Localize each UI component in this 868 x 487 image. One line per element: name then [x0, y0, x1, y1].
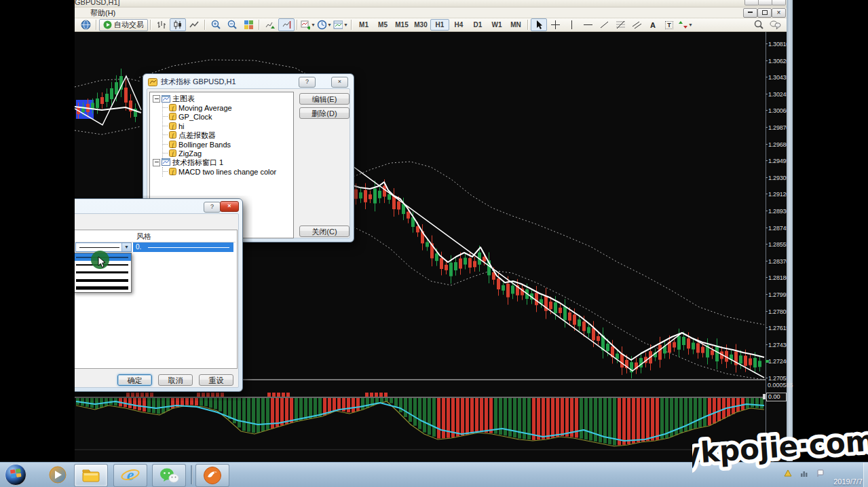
indicator-tree-item[interactable]: fMACD two lines change color [163, 167, 293, 176]
selected-style-label: 0. [136, 243, 141, 251]
explorer-icon[interactable] [74, 464, 108, 487]
delete-button[interactable]: 删除(D) [299, 107, 350, 119]
properties-dialog: ? × 风格 0. ▼ 确定 取消 重设 [75, 198, 243, 392]
taskbar-date: 2019/7/7 [833, 477, 863, 486]
tray-notify-icon[interactable] [784, 468, 792, 480]
candlestick-series [354, 179, 761, 378]
macd-zero-marker: 0.00 [766, 393, 787, 401]
indicator-tree-item[interactable]: fGP_Clock [163, 113, 293, 122]
help-button[interactable]: ? [204, 202, 221, 213]
collapse-icon[interactable] [153, 159, 160, 166]
svg-text:e: e [127, 466, 134, 484]
indicator-tree-item[interactable]: fMoving Average [163, 103, 293, 112]
help-button[interactable]: ? [299, 77, 316, 88]
dialog-title: 技术指标 GBPUSD,H1 [161, 77, 236, 87]
zigzag-line [350, 164, 764, 378]
close-icon[interactable]: × [220, 201, 239, 212]
taskbar-separator [191, 465, 193, 484]
indicator-tree-item[interactable]: fBollinger Bands [163, 140, 293, 149]
indicator-tree-item[interactable]: fZigZag [163, 149, 293, 158]
wmp-icon[interactable] [43, 464, 72, 486]
style-option-width-5[interactable] [75, 285, 131, 292]
close-icon[interactable]: × [331, 77, 348, 88]
close-button[interactable]: 关闭(C) [299, 226, 350, 237]
collapse-icon[interactable] [153, 95, 160, 103]
selected-style-row[interactable]: 0. [133, 242, 233, 252]
macd-zero-tick [763, 394, 766, 399]
style-option-width-4[interactable] [75, 276, 131, 284]
edit-button[interactable]: 编辑(E) [299, 93, 350, 105]
cancel-button[interactable]: 取消 [158, 374, 193, 386]
style-combobox[interactable]: ▼ [75, 242, 132, 252]
style-preview-line [148, 247, 229, 248]
moving-average-line [350, 182, 764, 360]
system-tray[interactable] [784, 468, 825, 480]
ie-icon[interactable]: e [113, 464, 147, 487]
wechat-icon[interactable] [152, 464, 186, 487]
macd-scale-label: 0.000585 [768, 382, 793, 389]
reset-button[interactable]: 重设 [199, 374, 233, 386]
dialog-icon [148, 77, 157, 85]
mouse-cursor [98, 256, 107, 268]
window-right-border [787, 0, 793, 461]
show-desktop-button[interactable] [863, 463, 868, 487]
ok-button[interactable]: 确定 [117, 374, 152, 386]
style-option-width-3[interactable] [75, 269, 131, 276]
style-column-header: 风格 [136, 232, 151, 242]
properties-dialog-clip: ? × 风格 0. ▼ 确定 取消 重设 [75, 196, 252, 401]
indicator-tree-item[interactable]: f点差报数器 [163, 131, 293, 140]
chevron-down-icon[interactable]: ▼ [121, 243, 131, 251]
indicator-f-icon: f [169, 166, 176, 178]
bollinger-upper-band [350, 162, 764, 325]
taskbar: 2019/7/7 e [0, 462, 868, 487]
indicator-tree-item[interactable]: fhi [163, 122, 293, 130]
tray-flag-icon[interactable] [816, 468, 825, 480]
start-button[interactable] [3, 464, 29, 486]
combo-line-preview [79, 247, 119, 248]
tray-chart-icon[interactable] [800, 468, 808, 480]
current-price-tick [766, 360, 769, 363]
trading-app-icon[interactable] [195, 464, 229, 487]
